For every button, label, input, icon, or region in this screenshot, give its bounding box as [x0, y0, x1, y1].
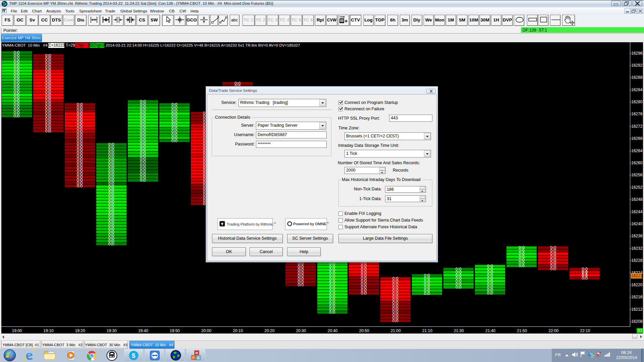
- svg-text:C: C: [197, 356, 200, 360]
- svg-text:TVW: TVW: [339, 16, 345, 18]
- svg-text:F: F: [193, 356, 195, 359]
- svg-text:BLE: BLE: [110, 355, 115, 358]
- svg-text:M: M: [196, 351, 198, 355]
